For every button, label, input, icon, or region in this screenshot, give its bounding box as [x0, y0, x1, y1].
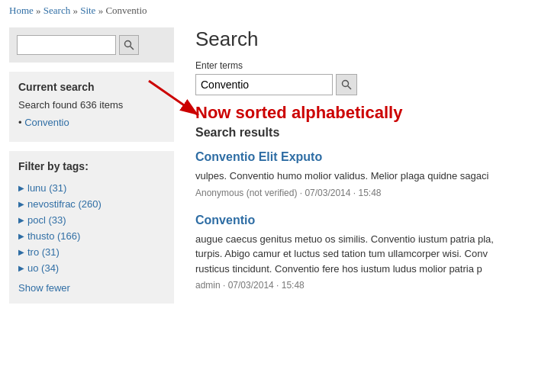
result-snippet: vulpes. Conventio humo molior validus. M…: [195, 169, 523, 184]
filter-tag-item: ▶ uo (34): [18, 260, 165, 276]
arrow-icon: ▶: [18, 200, 24, 208]
arrow-icon: ▶: [18, 248, 24, 256]
search-input-row: [195, 74, 523, 95]
search-terms-list: Conventio: [18, 115, 165, 130]
result-item: Conventio augue caecus genitus metuo os …: [195, 214, 523, 291]
filter-tag-link[interactable]: pocl (33): [27, 214, 66, 226]
search-term-item: Conventio: [18, 115, 165, 130]
sorted-notice: Now sorted alphabetically: [195, 103, 523, 123]
sidebar-search-button[interactable]: [119, 35, 139, 55]
page-title: Search: [195, 27, 523, 51]
breadcrumb-site[interactable]: Site: [80, 5, 95, 16]
arrow-icon: ▶: [18, 232, 24, 240]
breadcrumb: Home » Search » Site » Conventio: [0, 0, 535, 21]
main-search-button[interactable]: [336, 74, 357, 95]
arrow-icon: ▶: [18, 216, 24, 224]
enter-terms-label: Enter terms: [195, 60, 523, 71]
filter-tag-item: ▶ pocl (33): [18, 212, 165, 228]
filter-tags-list: ▶ lunu (31) ▶ nevostifrac (260) ▶ pocl (…: [18, 180, 165, 276]
breadcrumb-search[interactable]: Search: [44, 5, 70, 16]
show-fewer-link[interactable]: Show fewer: [18, 282, 70, 294]
search-results-heading: Search results: [195, 126, 523, 140]
filter-tag-link[interactable]: tro (31): [27, 246, 60, 258]
result-title: Conventio: [195, 214, 523, 227]
result-meta: Anonymous (not verified) · 07/03/2014 · …: [195, 188, 523, 198]
filter-tag-link[interactable]: lunu (31): [27, 182, 66, 194]
filter-tag-link[interactable]: thusto (166): [27, 230, 80, 242]
filter-block: Filter by tags: ▶ lunu (31) ▶ nevostifra…: [9, 151, 174, 304]
filter-tag-item: ▶ lunu (31): [18, 180, 165, 196]
filter-tag-link[interactable]: uo (34): [27, 262, 59, 274]
result-title: Conventio Elit Exputo: [195, 150, 523, 164]
result-title-link[interactable]: Conventio Elit Exputo: [195, 150, 322, 163]
main-search-input[interactable]: [195, 74, 333, 95]
filter-tag-item: ▶ tro (31): [18, 244, 165, 260]
svg-line-3: [348, 86, 352, 90]
main-content: Search Enter terms Now sorted alphabetic…: [183, 21, 535, 312]
filter-tag-item: ▶ thusto (166): [18, 228, 165, 244]
svg-point-2: [343, 81, 349, 87]
filter-tag-item: ▶ nevostifrac (260): [18, 196, 165, 212]
search-found-text: Search found 636 items: [18, 99, 165, 111]
filter-heading: Filter by tags:: [18, 160, 165, 172]
sidebar-search-box: [9, 27, 174, 63]
result-item: Conventio Elit Exputo vulpes. Conventio …: [195, 150, 523, 198]
search-icon: [341, 79, 352, 90]
result-snippet: augue caecus genitus metuo os similis. C…: [195, 232, 523, 277]
breadcrumb-current: Conventio: [105, 5, 147, 16]
sidebar: Current search Search found 636 items Co…: [0, 21, 183, 312]
sidebar-search-input[interactable]: [17, 35, 116, 55]
current-search-block: Current search Search found 636 items Co…: [9, 72, 174, 142]
svg-point-0: [125, 41, 131, 47]
result-title-link[interactable]: Conventio: [195, 214, 255, 227]
arrow-icon: ▶: [18, 184, 24, 192]
search-icon: [124, 40, 134, 50]
svg-line-1: [131, 47, 134, 50]
result-meta: admin · 07/03/2014 · 15:48: [195, 280, 523, 291]
search-term-link[interactable]: Conventio: [24, 117, 69, 128]
breadcrumb-home[interactable]: Home: [9, 5, 34, 16]
current-search-heading: Current search: [18, 81, 165, 93]
filter-tag-link[interactable]: nevostifrac (260): [27, 198, 102, 210]
arrow-icon: ▶: [18, 264, 24, 272]
